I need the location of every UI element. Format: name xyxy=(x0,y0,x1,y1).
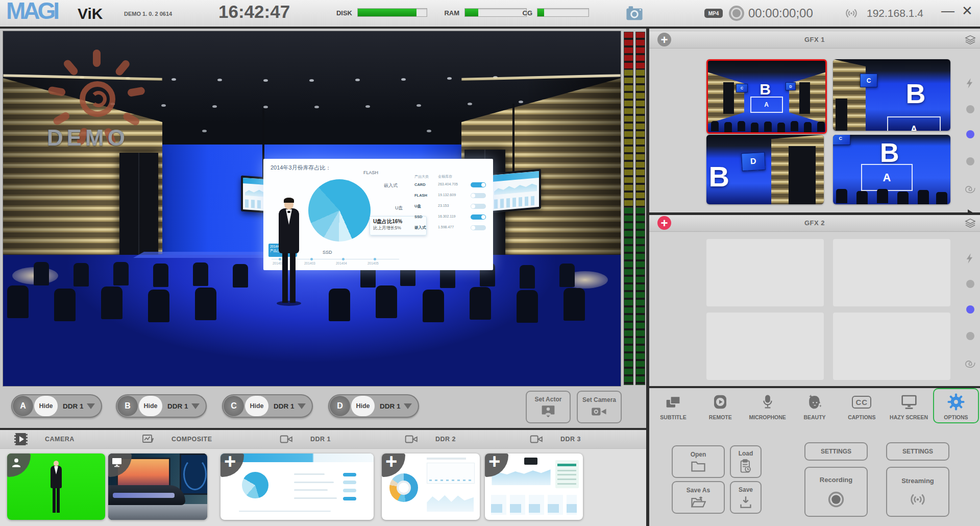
cc-icon: CC xyxy=(852,392,871,412)
program-preview[interactable]: 2014年3月份库存占比： FLASH 嵌入式 U盘 CARD SSD U盘占比… xyxy=(3,31,621,387)
chevron-down-icon[interactable] xyxy=(404,403,412,409)
snapshot-camera-icon[interactable] xyxy=(626,5,643,21)
close-button[interactable]: ✕ xyxy=(962,3,973,19)
gfx1-slot-dot-3[interactable] xyxy=(966,157,974,165)
ddr3-bin-header[interactable]: DDR 3 xyxy=(530,433,581,446)
streaming-button[interactable]: Streaming xyxy=(886,467,949,517)
gfx1-scene-thumbnail-2[interactable]: C B A xyxy=(833,59,950,131)
gfx1-slot-dot-2-active[interactable] xyxy=(966,130,974,138)
greenscreen-presenter xyxy=(50,461,63,514)
clock: 16:42:47 xyxy=(218,2,290,22)
recording-button[interactable]: Recording xyxy=(804,467,868,517)
open-button[interactable]: Open xyxy=(672,445,725,478)
video-camera-icon xyxy=(280,434,293,444)
captions-button[interactable]: CC CAPTIONS xyxy=(840,392,884,420)
record-circle-icon xyxy=(827,491,845,508)
app-window: MAGI ViK DEMO 1. 0. 2 0614 16:42:47 DISK… xyxy=(0,0,980,526)
stream-broadcast-icon xyxy=(908,492,927,507)
layer-d-source-select[interactable]: DDR 1 xyxy=(375,402,404,410)
ddr3-clip-thumbnail[interactable]: + xyxy=(485,453,583,520)
layer-c-source-select[interactable]: DDR 1 xyxy=(268,402,298,410)
minimize-button[interactable]: — xyxy=(941,3,954,19)
scene-floor xyxy=(3,255,621,386)
vu-meter-right xyxy=(635,32,645,385)
layers-icon[interactable] xyxy=(965,218,976,229)
load-button[interactable]: Load xyxy=(730,445,762,478)
gfx2-empty-slot-3 xyxy=(706,313,824,380)
layer-a-hide-button[interactable]: Hide xyxy=(34,396,58,416)
layer-b-hide-button[interactable]: Hide xyxy=(139,396,162,416)
flash-transition-icon[interactable] xyxy=(965,252,976,265)
download-icon xyxy=(739,495,752,509)
chevron-down-icon[interactable] xyxy=(298,403,306,409)
composite-bin-header[interactable]: COMPOSITE xyxy=(142,433,212,446)
pie-label-embedded: 嵌入式 xyxy=(384,182,398,189)
chevron-down-icon[interactable] xyxy=(191,403,200,409)
timeline-label: 201404 xyxy=(336,261,347,265)
subtitle-icon xyxy=(665,392,682,412)
ddr2-bin-header[interactable]: DDR 2 xyxy=(405,433,456,446)
row-toggle xyxy=(471,193,486,198)
audio-level-meters xyxy=(623,32,646,385)
ddr1-bin-header[interactable]: DDR 1 xyxy=(280,433,331,446)
ddr2-clip-thumbnail[interactable]: + xyxy=(382,453,480,520)
gfx2-slot-dot-3[interactable] xyxy=(966,332,974,340)
layer-b-source-select[interactable]: DDR 1 xyxy=(162,402,191,410)
set-camera-button[interactable]: Set Camera xyxy=(577,391,622,423)
camera-source-thumbnail[interactable] xyxy=(7,453,105,520)
table-row: CARD263.404.705 xyxy=(414,182,488,189)
cg-meter-label: CG xyxy=(513,9,532,17)
flash-transition-icon[interactable] xyxy=(965,77,976,89)
layer-badge-d: D xyxy=(330,396,350,416)
gfx2-empty-slot-2 xyxy=(833,239,950,306)
remote-button[interactable]: REMOTE xyxy=(698,392,742,420)
camera-bin-header[interactable]: CAMERA xyxy=(14,433,75,446)
options-button[interactable]: OPTIONS xyxy=(934,392,978,420)
set-actor-button[interactable]: Set Actor xyxy=(526,391,571,423)
table-row: 嵌入式1.598.477 xyxy=(414,225,488,232)
layer-d-hide-button[interactable]: Hide xyxy=(351,396,375,416)
side-monitor-right xyxy=(490,169,541,213)
hazy-screen-button[interactable]: HAZY SCREEN xyxy=(887,392,931,420)
spiral-transition-icon[interactable] xyxy=(965,183,976,194)
microphone-button[interactable]: MICROPHONE xyxy=(746,392,790,420)
chevron-down-icon[interactable] xyxy=(87,403,95,409)
folder-icon xyxy=(691,460,706,472)
audience-chairs-back-row xyxy=(34,262,49,285)
gfx2-slot-dot-1[interactable] xyxy=(966,280,974,288)
gfx-panel: + GFX 1 C D B A C B A B xyxy=(649,29,980,526)
pie-label-udisk: U盘 xyxy=(395,205,403,211)
streaming-settings-button[interactable]: SETTINGS xyxy=(886,442,949,461)
record-indicator-icon[interactable] xyxy=(729,6,744,21)
add-badge: + xyxy=(485,453,508,477)
subtitle-button[interactable]: SUBTITLE xyxy=(651,392,695,420)
gfx1-scene-thumbnail-1[interactable]: C D B A xyxy=(706,59,827,134)
monitor-pole-right xyxy=(512,104,514,174)
cg-meter-fill xyxy=(537,9,544,16)
gfx1-scene-thumbnail-4[interactable]: C B A xyxy=(833,135,950,204)
pie-label-flash: FLASH xyxy=(363,170,378,175)
gfx1-slot-dot-1[interactable] xyxy=(966,105,974,113)
ddr1-clip-thumbnail[interactable]: + xyxy=(220,453,374,520)
table-header-col1: 产品大类 xyxy=(414,174,429,179)
remote-icon xyxy=(712,392,728,412)
layer-a-source-select[interactable]: DDR 1 xyxy=(58,402,87,410)
gfx2-slot-dot-2-active[interactable] xyxy=(966,305,974,314)
person-badge xyxy=(7,453,31,477)
save-as-button[interactable]: Save As xyxy=(672,481,725,514)
layers-icon[interactable] xyxy=(965,34,976,45)
gfx1-title: GFX 1 xyxy=(649,36,980,43)
timeline-label: 201403 xyxy=(304,261,315,265)
beauty-button[interactable]: BEAUTY xyxy=(793,392,837,420)
composite-icon xyxy=(142,434,154,445)
spiral-transition-icon[interactable] xyxy=(965,357,976,369)
demo-watermark: DEMO xyxy=(44,58,156,155)
gfx2-title: GFX 2 xyxy=(649,219,980,227)
layer-c-hide-button[interactable]: Hide xyxy=(245,396,268,416)
gfx1-scene-thumbnail-3[interactable]: B D xyxy=(706,135,824,204)
composite-source-thumbnail[interactable] xyxy=(108,453,207,520)
microphone-icon xyxy=(761,392,774,412)
save-button[interactable]: Save xyxy=(730,481,762,514)
ip-address: 192.168.1.4 xyxy=(867,7,923,19)
recording-settings-button[interactable]: SETTINGS xyxy=(804,442,868,461)
